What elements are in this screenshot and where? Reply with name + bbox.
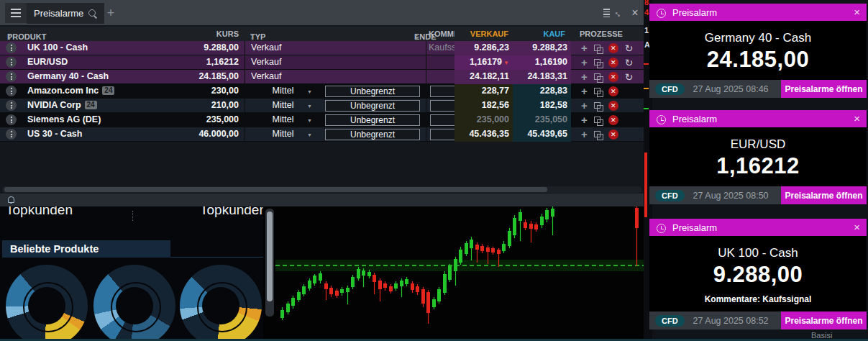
add-icon[interactable]: + — [581, 71, 588, 83]
product-name: NVIDIA Corp24 — [27, 99, 97, 113]
product-name: US 30 - Cash — [27, 127, 82, 142]
delete-icon[interactable]: ✕ — [608, 72, 618, 82]
tab-preisalarme[interactable]: Preisalarme — [27, 3, 104, 24]
chart-window — [263, 206, 644, 341]
delete-icon[interactable]: ✕ — [608, 115, 618, 125]
row-menu-icon[interactable] — [6, 42, 17, 53]
row-menu-icon[interactable] — [6, 57, 17, 68]
type-select[interactable]: Mittel▼ — [245, 127, 321, 142]
vertical-scrollbar[interactable] — [265, 209, 274, 317]
price-value: 1,16212 — [167, 55, 239, 70]
expiry-button[interactable]: Unbegrenzt — [325, 100, 420, 112]
buy-price[interactable]: 45.439,65 — [513, 127, 571, 142]
add-icon[interactable]: + — [581, 99, 588, 112]
table-row[interactable]: EUR/USD1,16212Verkauf1,16179▼1,16190+✕↻ — [0, 55, 644, 70]
row-menu-icon[interactable] — [6, 71, 17, 82]
row-menu-icon[interactable] — [6, 114, 17, 125]
delete-icon[interactable]: ✕ — [608, 86, 618, 96]
comment-cell — [426, 84, 454, 99]
scrollbar-thumb[interactable] — [4, 187, 547, 192]
sell-price[interactable]: 24.182,11 — [454, 70, 513, 84]
buy-price[interactable]: 235,050 — [513, 113, 571, 127]
expiry-button[interactable]: Unbegrenzt — [325, 129, 420, 140]
menu-icon[interactable] — [5, 3, 27, 23]
close-icon[interactable]: × — [854, 222, 860, 232]
delete-icon[interactable]: ✕ — [608, 101, 618, 111]
expiry-cell — [321, 70, 426, 84]
buy-price[interactable]: 228,83 — [513, 84, 571, 99]
row-menu-icon[interactable] — [6, 86, 17, 96]
delete-icon[interactable]: ✕ — [608, 43, 618, 53]
buy-price[interactable]: 9.288,23 — [513, 41, 571, 55]
expiry-button[interactable]: Unbegrenzt — [325, 86, 420, 97]
comment-input[interactable] — [430, 100, 454, 112]
table-row[interactable]: Amazon.com Inc24230,00Mittel▼Unbegrenzt2… — [0, 84, 644, 99]
type-select[interactable]: Mittel▼ — [245, 84, 321, 99]
sell-price[interactable]: 182,56 — [454, 99, 513, 113]
add-icon[interactable]: + — [581, 114, 588, 127]
open-price-alerts-button[interactable]: Preisalarme öffnen — [781, 312, 867, 329]
delete-icon[interactable]: ✕ — [608, 58, 618, 68]
table-row[interactable]: US 30 - Cash46.000,00Mittel▼Unbegrenzt45… — [0, 127, 644, 142]
clipped-text: 8 — [644, 0, 649, 6]
close-icon[interactable]: × — [854, 114, 860, 124]
col-kurs[interactable]: KURS — [167, 29, 239, 38]
table-row[interactable]: Siemens AG (DE)235,000Mittel▼Unbegrenzt2… — [0, 113, 644, 127]
refresh-icon[interactable]: ↻ — [625, 42, 634, 54]
add-icon[interactable]: + — [581, 56, 588, 69]
type-select[interactable]: Mittel▼ — [245, 113, 321, 127]
comment-input[interactable] — [430, 129, 454, 140]
comment-cell — [426, 70, 454, 84]
scrollbar-thumb[interactable] — [267, 212, 273, 301]
window-list-icon[interactable] — [600, 6, 610, 19]
buy-price[interactable]: 182,58 — [513, 99, 571, 113]
open-price-alerts-button[interactable]: Preisalarme öffnen — [781, 80, 867, 98]
sell-price[interactable]: 235,000 — [454, 113, 513, 127]
open-price-alerts-button[interactable]: Preisalarme öffnen — [781, 186, 867, 204]
duplicate-icon[interactable] — [594, 102, 602, 110]
refresh-icon[interactable]: ↻ — [625, 57, 634, 68]
window-expand-icon[interactable]: ↔ — [610, 4, 628, 22]
table-row[interactable]: UK 100 - Cash9.288,00VerkaufKaufss9.286,… — [0, 41, 644, 55]
table-row[interactable]: Germany 40 - Cash24.185,00Verkauf24.182,… — [0, 70, 644, 84]
duplicate-icon[interactable] — [594, 131, 602, 139]
col-prozesse: PROZESSE — [580, 29, 623, 38]
expiry-cell — [321, 41, 426, 55]
refresh-icon[interactable]: ↻ — [625, 71, 634, 83]
sell-price[interactable]: 1,16179▼ — [454, 55, 513, 70]
window-close-icon[interactable]: × — [629, 6, 641, 19]
duplicate-icon[interactable] — [594, 117, 602, 124]
add-icon[interactable]: + — [581, 42, 588, 55]
sell-price[interactable]: 228,77 — [454, 84, 513, 99]
bell-icon[interactable] — [7, 196, 15, 204]
alert-price: 9.288,00 — [655, 262, 861, 288]
row-menu-icon[interactable] — [6, 129, 17, 140]
sell-price[interactable]: 45.436,35 — [454, 127, 513, 142]
product-name: Amazon.com Inc24 — [27, 84, 114, 99]
sell-price[interactable]: 9.286,23 — [454, 41, 513, 55]
buy-price[interactable]: 1,16190 — [513, 55, 571, 70]
col-kauf[interactable]: KAUF — [493, 29, 565, 38]
new-tab-button[interactable]: + — [102, 4, 119, 22]
table-row[interactable]: NVIDIA Corp24210,00Mittel▼Unbegrenzt182,… — [0, 99, 644, 113]
duplicate-icon[interactable] — [594, 59, 602, 67]
magnifier-icon[interactable] — [88, 9, 97, 18]
delete-icon[interactable]: ✕ — [608, 129, 618, 140]
comment-input[interactable] — [430, 86, 454, 97]
duplicate-icon[interactable] — [594, 88, 602, 96]
popup-titlebar: Preisalarm× — [649, 219, 867, 236]
process-actions: +✕ — [571, 127, 644, 142]
candlestick-chart[interactable] — [275, 206, 644, 341]
duplicate-icon[interactable] — [594, 45, 602, 53]
clipped-text: 1 — [644, 26, 649, 35]
horizontal-scrollbar[interactable] — [2, 186, 641, 193]
buy-price[interactable]: 24.183,31 — [513, 70, 571, 84]
comment-input[interactable] — [430, 114, 454, 126]
type-select[interactable]: Mittel▼ — [245, 99, 321, 113]
row-menu-icon[interactable] — [6, 100, 17, 111]
add-icon[interactable]: + — [581, 85, 588, 98]
close-icon[interactable]: × — [854, 7, 860, 17]
expiry-button[interactable]: Unbegrenzt — [325, 114, 420, 126]
duplicate-icon[interactable] — [594, 73, 602, 81]
add-icon[interactable]: + — [581, 128, 588, 141]
